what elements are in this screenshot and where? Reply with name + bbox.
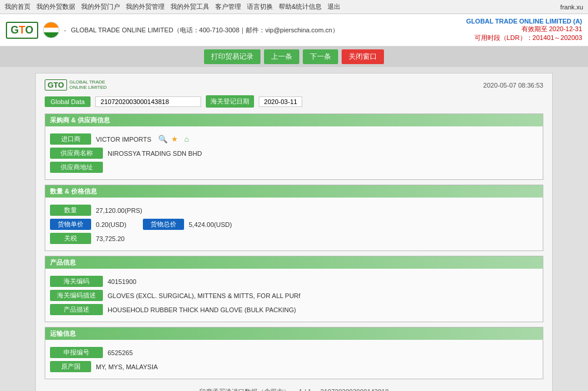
quantity-price-header: 数量 & 价格信息 (45, 185, 543, 198)
search-icon[interactable]: 🔍 (158, 135, 168, 144)
top-nav-user: frank.xu (560, 4, 583, 11)
quantity-price-content: 数量 27,120.00(PRS) 货物单价 0.20(USD) 货物总价 5,… (45, 201, 543, 250)
hs-desc-label: 海关编码描述 (50, 290, 103, 301)
unit-price-label: 货物单价 (50, 219, 91, 230)
star-icon[interactable]: ★ (170, 135, 179, 144)
card-header: GTO GLOBAL TRADEONLINE LIMITED 2020-05-0… (45, 79, 543, 91)
close-button-top[interactable]: 关闭窗口 (342, 49, 384, 64)
logo-gto: GTO (6, 22, 38, 39)
top-toolbar: 打印贸易记录 上一条 下一条 关闭窗口 (0, 46, 588, 67)
transport-info-section: 运输信息 申报编号 6525265 原产国 MY, MYS, MALAYSIA (45, 327, 543, 379)
record-number-field: 2107202003000143818 (95, 96, 201, 107)
card-timestamp: 2020-05-07 08:36:53 (483, 82, 543, 89)
importer-icons: 🔍 ★ ⌂ (158, 135, 191, 144)
transport-info-content: 申报编号 6525265 原产国 MY, MYS, MALAYSIA (45, 343, 543, 379)
hs-code-row: 海关编码 40151900 (50, 276, 538, 287)
supplier-name-value: NIROSSYA TRADING SDN BHD (105, 149, 204, 158)
license-name: GLOBAL TRADE ONLINE LIMITED (A) (466, 18, 582, 25)
header-bar: GTO - GLOBAL TRADE ONLINE LIMITED（电话：400… (0, 14, 588, 46)
product-info-header: 产品信息 (45, 256, 543, 269)
card-logo: GTO GLOBAL TRADEONLINE LIMITED (45, 79, 107, 91)
print-button-top[interactable]: 打印贸易记录 (204, 49, 260, 64)
bill-value: 6525265 (105, 348, 135, 357)
global-data-row: Global Data 2107202003000143818 海关登记日期 2… (45, 95, 543, 108)
supplier-name-row: 供应商名称 NIROSSYA TRADING SDN BHD (50, 148, 538, 159)
tax-row: 关税 73,725.20 (50, 233, 538, 244)
product-desc-label: 产品描述 (50, 304, 103, 315)
origin-row: 原产国 MY, MYS, MALAYSIA (50, 361, 538, 372)
nav-logout[interactable]: 退出 (328, 2, 340, 11)
supplier-addr-row: 供应商地址 (50, 162, 538, 173)
nav-customer[interactable]: 客户管理 (215, 2, 241, 11)
record-card: GTO GLOBAL TRADEONLINE LIMITED 2020-05-0… (35, 73, 553, 391)
home-icon[interactable]: ⌂ (182, 135, 191, 144)
nav-portal[interactable]: 我的外贸门户 (81, 2, 120, 11)
main-area: GTO GLOBAL TRADEONLINE LIMITED 2020-05-0… (0, 67, 588, 391)
origin-value: MY, MYS, MALAYSIA (93, 362, 160, 372)
product-info-content: 海关编码 40151900 海关编码描述 GLOVES (EXCL. SURGI… (45, 272, 543, 322)
quantity-value: 27,120.00(PRS) (93, 206, 145, 215)
company-info: GLOBAL TRADE ONLINE LIMITED（电话：400-710-3… (71, 26, 339, 35)
nav-language[interactable]: 语言切换 (247, 2, 273, 11)
total-price-label: 货物总价 (143, 219, 184, 230)
quantity-row: 数量 27,120.00(PRS) (50, 205, 538, 216)
header-right: GLOBAL TRADE ONLINE LIMITED (A) 有效期至 202… (466, 18, 582, 42)
pagination-right: 2107202003000143818 (320, 388, 389, 391)
importer-value: VICTOR IMPORTS (93, 135, 153, 144)
customs-date-button[interactable]: 海关登记日期 (206, 95, 254, 108)
quantity-price-section: 数量 & 价格信息 数量 27,120.00(PRS) 货物单价 0.20(US… (45, 185, 543, 251)
global-data-button[interactable]: Global Data (45, 96, 91, 107)
supplier-addr-value (105, 166, 110, 169)
quantity-label: 数量 (50, 205, 91, 216)
hs-desc-value: GLOVES (EXCL. SURGICAL), MITTENS & MITTS… (105, 291, 303, 300)
pagination-left: 印度孟买港进口数据（含双方） (199, 388, 290, 391)
nav-manage[interactable]: 我的外贸管理 (126, 2, 165, 11)
unit-price-value: 0.20(USD) (93, 220, 129, 229)
card-logo-text: GTO (45, 79, 67, 91)
product-desc-row: 产品描述 HOUSEHOLD RUBBER THICK HAND GLOVE (… (50, 304, 538, 315)
india-flag (43, 22, 59, 38)
header-left: GTO - GLOBAL TRADE ONLINE LIMITED（电话：400… (6, 22, 339, 39)
ldr: 可用时段（LDR）：201401～202003 (466, 34, 582, 42)
importer-row: 进口商 VICTOR IMPORTS 🔍 ★ ⌂ (50, 133, 538, 145)
product-info-section: 产品信息 海关编码 40151900 海关编码描述 GLOVES (EXCL. … (45, 256, 543, 322)
product-desc-value: HOUSEHOLD RUBBER THICK HAND GLOVE (BULK … (105, 305, 299, 315)
next-button-top[interactable]: 下一条 (303, 49, 338, 64)
bill-row: 申报编号 6525265 (50, 347, 538, 358)
nav-help[interactable]: 帮助&统计信息 (279, 2, 322, 11)
tax-label: 关税 (50, 233, 91, 244)
origin-label: 原产国 (50, 361, 91, 372)
importer-label: 进口商 (50, 133, 91, 145)
hs-code-value: 40151900 (105, 277, 139, 286)
nav-data[interactable]: 我的外贸数据 (36, 2, 75, 11)
card-pagination: 印度孟买港进口数据（含双方） 1 / 1 2107202003000143818 (45, 384, 543, 391)
transport-info-header: 运输信息 (45, 327, 543, 340)
top-nav-links: 我的首页 我的外贸数据 我的外贸门户 我的外贸管理 我的外贸工具 客户管理 语言… (5, 2, 340, 11)
bill-label: 申报编号 (50, 347, 103, 358)
buyer-supplier-content: 进口商 VICTOR IMPORTS 🔍 ★ ⌂ 供应商名称 NIROSSYA … (45, 130, 543, 179)
hs-code-label: 海关编码 (50, 276, 103, 287)
prev-button-top[interactable]: 上一条 (264, 49, 299, 64)
total-price-group: 货物总价 5,424.00(USD) (143, 219, 234, 230)
customs-date-value: 2020-03-11 (259, 96, 302, 107)
hs-desc-row: 海关编码描述 GLOVES (EXCL. SURGICAL), MITTENS … (50, 290, 538, 301)
buyer-supplier-header: 采购商 & 供应商信息 (45, 114, 543, 126)
nav-tools[interactable]: 我的外贸工具 (171, 2, 209, 11)
validity: 有效期至 2020-12-31 (466, 25, 582, 34)
pagination-mid: 1 / 1 (299, 388, 311, 391)
nav-home[interactable]: 我的首页 (5, 2, 31, 11)
top-nav: 我的首页 我的外贸数据 我的外贸门户 我的外贸管理 我的外贸工具 客户管理 语言… (0, 0, 588, 14)
tax-value: 73,725.20 (93, 234, 127, 243)
card-logo-subtitle: GLOBAL TRADEONLINE LIMITED (69, 80, 107, 91)
separator: - (64, 26, 66, 34)
supplier-name-label: 供应商名称 (50, 148, 103, 159)
total-price-value: 5,424.00(USD) (186, 220, 234, 229)
buyer-supplier-section: 采购商 & 供应商信息 进口商 VICTOR IMPORTS 🔍 ★ ⌂ 供应商… (45, 113, 543, 180)
toolbar-buttons: 打印贸易记录 上一条 下一条 关闭窗口 (204, 49, 384, 64)
supplier-addr-label: 供应商地址 (50, 162, 103, 173)
logo-box: GTO (6, 22, 38, 39)
unit-price-row: 货物单价 0.20(USD) 货物总价 5,424.00(USD) (50, 219, 538, 230)
